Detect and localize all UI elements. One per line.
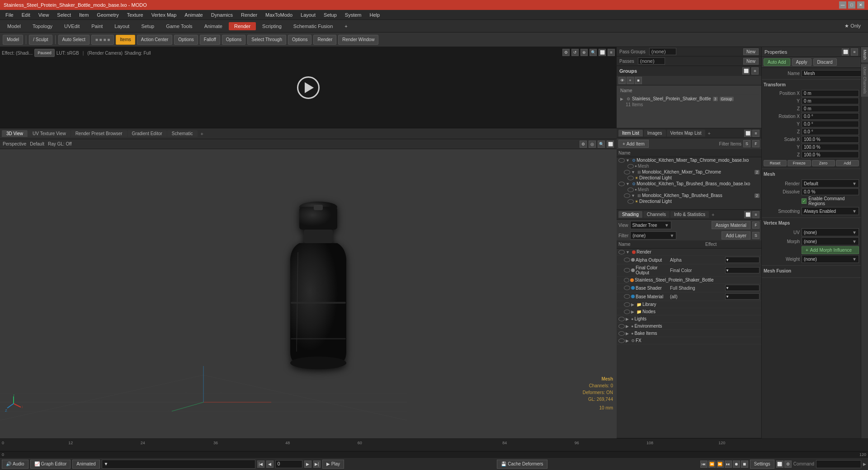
menu-edit[interactable]: Edit [18,11,34,19]
tab-paint[interactable]: Paint [86,22,108,30]
tab-setup[interactable]: Setup [136,22,160,30]
toolbar-render-window[interactable]: Render Window [338,35,378,45]
transport-6[interactable]: ⏹ [741,461,748,468]
groups-toolbar-btn2[interactable]: + [627,77,634,84]
sh-item-final-color[interactable]: Final Color Output Final Color ▼ [617,264,761,277]
rot-x-value[interactable]: 0.0 ° [802,113,859,120]
side-tab-user-channels[interactable]: User Channels [861,64,868,97]
sh-base-mat-dropdown[interactable]: ▼ [725,293,760,300]
vp-tab-add[interactable]: + [198,130,206,137]
tab-animate[interactable]: Animate [199,22,228,30]
menu-help[interactable]: Help [366,11,383,19]
command-input[interactable] [816,460,861,468]
toolbar-select-through[interactable]: Select Through [247,35,286,45]
cache-deformers-btn[interactable]: 💾 Cache Deformers [497,460,547,469]
il-expand-btn[interactable]: ⬜ [744,130,751,137]
sh-tab-add[interactable]: + [710,211,716,218]
vp-tab-uv[interactable]: UV Texture View [28,130,71,137]
preview-icon-1[interactable]: ⚙ [562,49,570,56]
bt-next-end[interactable]: ▶| [313,461,321,468]
sh-fx-expand[interactable]: ▶ [626,338,629,343]
il-item-mesh-1[interactable]: ● Mesh [617,163,761,169]
preview-icon-6[interactable]: ≡ [608,49,615,56]
tab-scripting[interactable]: Scripting [257,22,287,30]
menu-file[interactable]: File [2,11,17,19]
sh-alpha-dropdown[interactable]: ▼ [725,257,760,263]
toolbar-model[interactable]: Model [3,35,23,45]
sh-item-bake[interactable]: ▶ ● Bake Items [617,330,761,337]
tab-only[interactable]: ★ Only [839,22,866,30]
preview-icon-4[interactable]: 🔍 [590,49,597,56]
il-tab-vertex-map[interactable]: Vertex Map List [667,130,705,136]
play-btn-bottom[interactable]: ▶ Play [322,460,344,469]
right-icon-2[interactable]: ⚙ [784,461,792,468]
add-btn[interactable]: Add [836,160,859,166]
sh-bake-expand[interactable]: ▶ [626,331,629,336]
assign-material-btn[interactable]: Assign Material [712,221,750,229]
tab-uvedit[interactable]: UVEdit [59,22,85,30]
add-item-btn[interactable]: + Add Item [618,140,649,148]
pos-z-value[interactable]: 0 m [802,105,859,112]
sh-s-btn[interactable]: S [752,232,760,239]
menu-setup[interactable]: Setup [320,11,340,19]
transport-2[interactable]: ⏪ [708,461,716,468]
paused-btn[interactable]: Paused [34,49,55,57]
menu-maxtoModo[interactable]: MaxToModo [262,11,296,19]
tab-model[interactable]: Model [2,22,26,30]
toolbar-falloff[interactable]: Falloff [200,35,220,45]
frame-input[interactable] [275,460,302,468]
dissolve-value[interactable]: 0.0 % [802,188,859,195]
discard-btn[interactable]: Discard [813,58,837,66]
il-item-brass-base[interactable]: ▼ ⚙ Monobloc_Kitchen_Tap_Brushed_Brass_m… [617,181,761,187]
render-dropdown[interactable]: Default▼ [802,179,859,188]
preview-icon-3[interactable]: ⊕ [580,49,588,56]
groups-toolbar-btn1[interactable]: 👁 [618,77,626,84]
sh-expand-icon[interactable]: ▼ [626,250,630,254]
animated-btn[interactable]: Animated [72,460,99,469]
tab-schematic-fusion[interactable]: Schematic Fusion [288,22,338,30]
props-settings-btn[interactable]: ≡ [851,48,858,56]
bt-prev-start[interactable]: |◀ [257,461,264,468]
expand-icon[interactable]: ▼ [631,170,635,174]
bt-next[interactable]: ▶ [304,461,311,468]
groups-expand-btn[interactable]: ⬜ [742,67,750,75]
weight-dropdown[interactable]: (none)▼ [802,255,859,263]
sh-lights-expand[interactable]: ▶ [626,317,629,321]
vp-tab-schematic[interactable]: Schematic [167,130,198,137]
menu-render[interactable]: Render [237,11,261,19]
smoothing-dropdown[interactable]: Always Enabled▼ [802,207,859,215]
groups-toolbar-btn3[interactable]: ■ [635,77,642,84]
reset-btn[interactable]: Reset [764,160,787,166]
transport-5[interactable]: ⏺ [733,461,740,468]
right-icon-1[interactable]: ⬜ [776,461,783,468]
sh-tab-info[interactable]: Info & Statistics [670,211,709,218]
apply-btn[interactable]: Apply [792,58,811,66]
sh-item-environments[interactable]: ▶ ● Environments [617,323,761,330]
il-item-mesh-2[interactable]: ● Mesh [617,187,761,193]
viewport-3d[interactable]: Perspective Default Ray GL: Off ⚙ ◎ 🔍 ⬜ [0,139,617,438]
name-input[interactable] [802,70,861,77]
toolbar-icons-group[interactable]: ■ ■ ■ ■ [91,35,114,45]
sh-item-fx[interactable]: ▶ ⚙ FX [617,337,761,344]
il-item-brass-group[interactable]: ▼ ⊞ Monobloc_Kitchen_Tap_Brushed_Brass 2 [617,193,761,198]
expand-icon[interactable]: ▼ [626,158,630,163]
il-item-light-1[interactable]: ☀ Directional Light [617,175,761,181]
preview-icon-5[interactable]: ⬜ [599,49,606,56]
vp-icon-settings[interactable]: ⚙ [580,141,587,148]
sh-expand-btn[interactable]: ⬜ [744,211,751,218]
sh-lib-expand[interactable]: ▶ [631,302,634,307]
sh-f-btn[interactable]: F [752,221,760,229]
animated-dropdown[interactable]: ▼ [102,460,255,469]
passes-new-btn[interactable]: New [743,58,759,65]
toolbar-render[interactable]: Render [313,35,336,45]
menu-item[interactable]: Item [75,11,92,19]
tab-topology[interactable]: Topology [27,22,58,30]
pos-x-value[interactable]: 0 m [802,90,859,97]
tab-add[interactable]: + [339,22,353,30]
menu-texture[interactable]: Texture [123,11,147,19]
auto-add-btn[interactable]: Auto Add [764,58,790,66]
il-tab-add[interactable]: + [706,130,712,137]
morph-dropdown[interactable]: (none)▼ [802,237,859,245]
sh-item-base-shader[interactable]: Base Shader Full Shading ▼ [617,284,761,292]
expand-icon[interactable]: ▼ [626,182,630,186]
